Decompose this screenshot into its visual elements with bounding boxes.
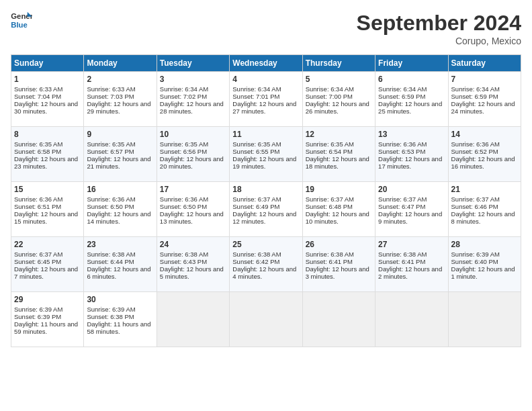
sunrise-label: Sunrise: 6:38 AM [306,250,354,258]
svg-text:Blue: Blue [11,21,28,29]
day-number: 11 [232,130,299,139]
day-number: 21 [451,185,518,194]
sunrise-label: Sunrise: 6:33 AM [14,85,62,93]
sunset-label: Sunset: 6:41 PM [306,258,353,265]
table-row: 21Sunrise: 6:37 AMSunset: 6:46 PMDayligh… [448,182,521,237]
table-row: 18Sunrise: 6:37 AMSunset: 6:49 PMDayligh… [230,182,302,237]
sunset-label: Sunset: 6:39 PM [14,313,61,320]
sunrise-label: Sunrise: 6:36 AM [14,195,62,203]
sunset-label: Sunset: 6:50 PM [87,203,134,210]
sunrise-label: Sunrise: 6:35 AM [306,140,354,148]
table-row: 23Sunrise: 6:38 AMSunset: 6:44 PMDayligh… [84,237,157,292]
day-number: 26 [306,240,372,249]
daylight-label: Daylight: 12 hours and 15 minutes. [14,210,78,225]
logo-icon: General Blue [11,11,32,30]
calendar-week-row: 1Sunrise: 6:33 AMSunset: 7:04 PMDaylight… [11,72,521,127]
col-tuesday: Tuesday [157,55,229,72]
day-number: 27 [378,240,445,249]
sunset-label: Sunset: 7:03 PM [87,93,134,100]
daylight-label: Daylight: 11 hours and 59 minutes. [14,320,78,335]
sunset-label: Sunset: 7:01 PM [232,93,279,100]
sunset-label: Sunset: 6:59 PM [378,93,425,100]
sunset-label: Sunset: 6:42 PM [232,258,279,265]
table-row: 15Sunrise: 6:36 AMSunset: 6:51 PMDayligh… [11,182,84,237]
table-row: 26Sunrise: 6:38 AMSunset: 6:41 PMDayligh… [302,237,375,292]
main-container: General Blue September 2024 Corupo, Mexi… [0,0,532,353]
table-row: 27Sunrise: 6:38 AMSunset: 6:41 PMDayligh… [375,237,448,292]
daylight-label: Daylight: 12 hours and 30 minutes. [14,100,78,115]
sunset-label: Sunset: 7:00 PM [306,93,353,100]
daylight-label: Daylight: 12 hours and 16 minutes. [451,155,515,170]
daylight-label: Daylight: 12 hours and 17 minutes. [378,155,442,170]
daylight-label: Daylight: 12 hours and 4 minutes. [232,265,296,280]
sunrise-label: Sunrise: 6:38 AM [87,250,135,258]
table-row: 16Sunrise: 6:36 AMSunset: 6:50 PMDayligh… [84,182,157,237]
col-sunday: Sunday [11,55,84,72]
day-number: 23 [87,240,153,249]
sunset-label: Sunset: 6:57 PM [87,148,134,155]
daylight-label: Daylight: 12 hours and 18 minutes. [306,155,369,170]
daylight-label: Daylight: 12 hours and 1 minute. [451,265,515,280]
daylight-label: Daylight: 12 hours and 13 minutes. [160,210,224,225]
sunrise-label: Sunrise: 6:36 AM [87,195,135,203]
sunset-label: Sunset: 6:59 PM [451,93,498,100]
table-row: 8Sunrise: 6:35 AMSunset: 6:58 PMDaylight… [11,127,84,182]
sunrise-label: Sunrise: 6:39 AM [87,306,135,313]
day-number: 19 [306,185,372,194]
sunrise-label: Sunrise: 6:39 AM [14,306,62,313]
day-number: 7 [451,75,518,84]
table-row: 12Sunrise: 6:35 AMSunset: 6:54 PMDayligh… [302,127,375,182]
calendar-week-row: 8Sunrise: 6:35 AMSunset: 6:58 PMDaylight… [11,127,521,182]
daylight-label: Daylight: 12 hours and 26 minutes. [306,100,369,115]
day-number: 30 [87,295,153,304]
daylight-label: Daylight: 12 hours and 8 minutes. [451,210,515,225]
sunset-label: Sunset: 6:38 PM [87,313,134,320]
table-row: 13Sunrise: 6:36 AMSunset: 6:53 PMDayligh… [375,127,448,182]
daylight-label: Daylight: 12 hours and 10 minutes. [306,210,369,225]
sunset-label: Sunset: 6:51 PM [14,203,61,210]
sunrise-label: Sunrise: 6:39 AM [451,250,500,258]
sunrise-label: Sunrise: 6:38 AM [378,250,427,258]
daylight-label: Daylight: 12 hours and 23 minutes. [14,155,78,170]
sunset-label: Sunset: 6:56 PM [160,148,207,155]
sunrise-label: Sunrise: 6:37 AM [451,195,500,203]
day-number: 5 [306,75,372,84]
col-thursday: Thursday [302,55,375,72]
daylight-label: Daylight: 12 hours and 6 minutes. [87,265,150,280]
table-row: 17Sunrise: 6:36 AMSunset: 6:50 PMDayligh… [157,182,229,237]
day-number: 22 [14,240,81,249]
sunrise-label: Sunrise: 6:35 AM [232,140,281,148]
table-row [448,292,521,347]
day-number: 3 [160,75,226,84]
sunset-label: Sunset: 6:50 PM [160,203,207,210]
sunset-label: Sunset: 6:45 PM [14,258,61,265]
sunrise-label: Sunrise: 6:35 AM [87,140,135,148]
table-row: 20Sunrise: 6:37 AMSunset: 6:47 PMDayligh… [375,182,448,237]
day-number: 10 [160,130,226,139]
table-row: 10Sunrise: 6:35 AMSunset: 6:56 PMDayligh… [157,127,229,182]
sunset-label: Sunset: 6:40 PM [451,258,498,265]
table-row: 28Sunrise: 6:39 AMSunset: 6:40 PMDayligh… [448,237,521,292]
col-friday: Friday [375,55,448,72]
sunset-label: Sunset: 6:58 PM [14,148,61,155]
calendar-table: Sunday Monday Tuesday Wednesday Thursday… [11,54,521,347]
sunset-label: Sunset: 6:44 PM [87,258,134,265]
header-row: Sunday Monday Tuesday Wednesday Thursday… [11,55,521,72]
table-row: 6Sunrise: 6:34 AMSunset: 6:59 PMDaylight… [375,72,448,127]
table-row: 7Sunrise: 6:34 AMSunset: 6:59 PMDaylight… [448,72,521,127]
table-row: 30Sunrise: 6:39 AMSunset: 6:38 PMDayligh… [84,292,157,347]
sunrise-label: Sunrise: 6:36 AM [378,140,427,148]
table-row: 9Sunrise: 6:35 AMSunset: 6:57 PMDaylight… [84,127,157,182]
table-row: 14Sunrise: 6:36 AMSunset: 6:52 PMDayligh… [448,127,521,182]
daylight-label: Daylight: 12 hours and 9 minutes. [378,210,442,225]
day-number: 8 [14,130,81,139]
sunrise-label: Sunrise: 6:34 AM [451,85,500,93]
table-row: 1Sunrise: 6:33 AMSunset: 7:04 PMDaylight… [11,72,84,127]
daylight-label: Daylight: 12 hours and 28 minutes. [160,100,224,115]
day-number: 25 [232,240,299,249]
day-number: 20 [378,185,445,194]
calendar-week-row: 22Sunrise: 6:37 AMSunset: 6:45 PMDayligh… [11,237,521,292]
sunset-label: Sunset: 6:49 PM [232,203,279,210]
day-number: 15 [14,185,81,194]
daylight-label: Daylight: 12 hours and 20 minutes. [160,155,224,170]
